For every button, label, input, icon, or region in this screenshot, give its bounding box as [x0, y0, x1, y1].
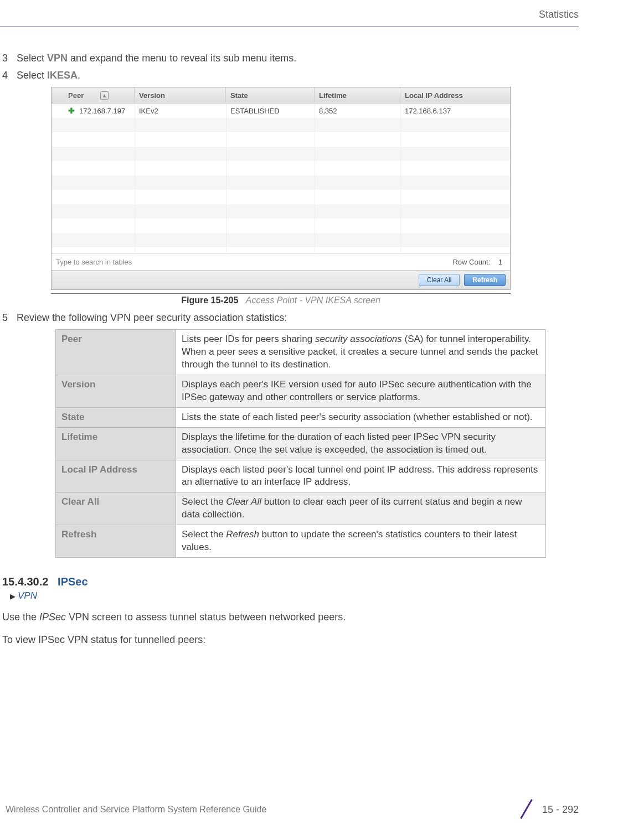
def-text-clear-all: Select the Clear All button to clear eac…: [176, 492, 546, 525]
chapter-title: Statistics: [539, 9, 579, 20]
column-header-peer[interactable]: Peer: [68, 91, 84, 100]
table-row: Lifetime Displays the lifetime for the d…: [56, 427, 546, 460]
def-label-local-ip: Local IP Address: [56, 460, 176, 492]
column-header-version[interactable]: Version: [135, 87, 226, 103]
def-label-peer: Peer: [56, 330, 176, 375]
section-heading: 15.4.30.2 IPSec: [2, 575, 579, 588]
table-header-row: Peer▴ Version State Lifetime Local IP Ad…: [52, 87, 510, 103]
table-body: ✚172.168.7.197 IKEv2 ESTABLISHED 8,352 1…: [52, 103, 510, 253]
figure-number: Figure 15-205: [181, 295, 238, 305]
search-input[interactable]: Type to search in tables: [56, 258, 132, 266]
emphasis-ikesa: IKESA: [47, 70, 78, 81]
column-header-local-ip[interactable]: Local IP Address: [400, 87, 510, 103]
button-bar: Clear All Refresh: [52, 270, 510, 289]
table-row: Clear All Select the Clear All button to…: [56, 492, 546, 525]
column-header-state[interactable]: State: [226, 87, 315, 103]
sort-asc-icon[interactable]: ▴: [100, 91, 109, 100]
text: Review the following VPN peer security a…: [17, 312, 579, 324]
emphasis-vpn: VPN: [47, 53, 68, 64]
def-label-version: Version: [56, 375, 176, 407]
breadcrumb: ▶ VPN: [10, 590, 579, 602]
text: Select: [17, 53, 47, 64]
table-row: Refresh Select the Refresh button to upd…: [56, 525, 546, 558]
def-label-clear-all: Clear All: [56, 492, 176, 525]
row-count-value: 1: [498, 258, 502, 266]
paragraph: To view IPSec VPN status for tunnelled p…: [2, 634, 579, 646]
step-number: 5: [2, 312, 17, 324]
text: and expand the menu to reveal its sub me…: [68, 53, 296, 64]
table-row: Peer Lists peer IDs for peers sharing se…: [56, 330, 546, 375]
def-text-local-ip: Displays each listed peer's local tunnel…: [176, 460, 546, 492]
cell-version: IKEv2: [135, 107, 226, 115]
figure-title: Access Point - VPN IKESA screen: [246, 295, 380, 305]
clear-all-button[interactable]: Clear All: [419, 274, 460, 286]
def-text-version: Displays each peer's IKE version used fo…: [176, 375, 546, 407]
step-number: 4: [2, 70, 17, 81]
step-4: 4 Select IKESA.: [2, 70, 579, 81]
table-footer: Type to search in tables Row Count: 1: [52, 253, 510, 270]
step-number: 3: [2, 53, 17, 64]
table-row: Version Displays each peer's IKE version…: [56, 375, 546, 407]
page-footer: Wireless Controller and Service Platform…: [0, 800, 579, 819]
row-count-label: Row Count:: [452, 258, 490, 266]
def-text-refresh: Select the Refresh button to update the …: [176, 525, 546, 558]
cell-peer: 172.168.7.197: [79, 107, 125, 115]
definitions-table: Peer Lists peer IDs for peers sharing se…: [55, 329, 546, 558]
status-connected-icon: ✚: [68, 106, 79, 115]
def-text-state: Lists the state of each listed peer's se…: [176, 407, 546, 427]
footer-guide-title: Wireless Controller and Service Platform…: [6, 805, 266, 815]
text: .: [78, 70, 80, 81]
page-number: 15 - 292: [542, 804, 579, 816]
cell-state: ESTABLISHED: [226, 107, 315, 115]
cell-lifetime: 8,352: [315, 107, 400, 115]
table-row: Local IP Address Displays each listed pe…: [56, 460, 546, 492]
step-5: 5 Review the following VPN peer security…: [2, 312, 579, 324]
def-label-refresh: Refresh: [56, 525, 176, 558]
triangle-right-icon: ▶: [10, 592, 16, 600]
breadcrumb-link[interactable]: VPN: [18, 590, 37, 602]
brand-slash-icon: [518, 800, 537, 819]
section-number: 15.4.30.2: [2, 575, 48, 588]
section-title: IPSec: [58, 575, 87, 588]
refresh-button[interactable]: Refresh: [464, 274, 506, 286]
table-row[interactable]: ✚172.168.7.197 IKEv2 ESTABLISHED 8,352 1…: [52, 103, 510, 118]
table-row: State Lists the state of each listed pee…: [56, 407, 546, 427]
cell-local-ip: 172.168.6.137: [400, 107, 510, 115]
def-label-state: State: [56, 407, 176, 427]
def-text-lifetime: Displays the lifetime for the duration o…: [176, 427, 546, 460]
column-header-lifetime[interactable]: Lifetime: [315, 87, 400, 103]
paragraph: Use the IPSec VPN screen to assess tunne…: [2, 611, 579, 623]
figure-caption: Figure 15-205 Access Point - VPN IKESA s…: [51, 293, 511, 305]
text: Select: [17, 70, 47, 81]
step-3: 3 Select VPN and expand the menu to reve…: [2, 53, 579, 64]
ikesa-screenshot: Peer▴ Version State Lifetime Local IP Ad…: [51, 87, 511, 290]
def-label-lifetime: Lifetime: [56, 427, 176, 460]
def-text-peer: Lists peer IDs for peers sharing securit…: [176, 330, 546, 375]
